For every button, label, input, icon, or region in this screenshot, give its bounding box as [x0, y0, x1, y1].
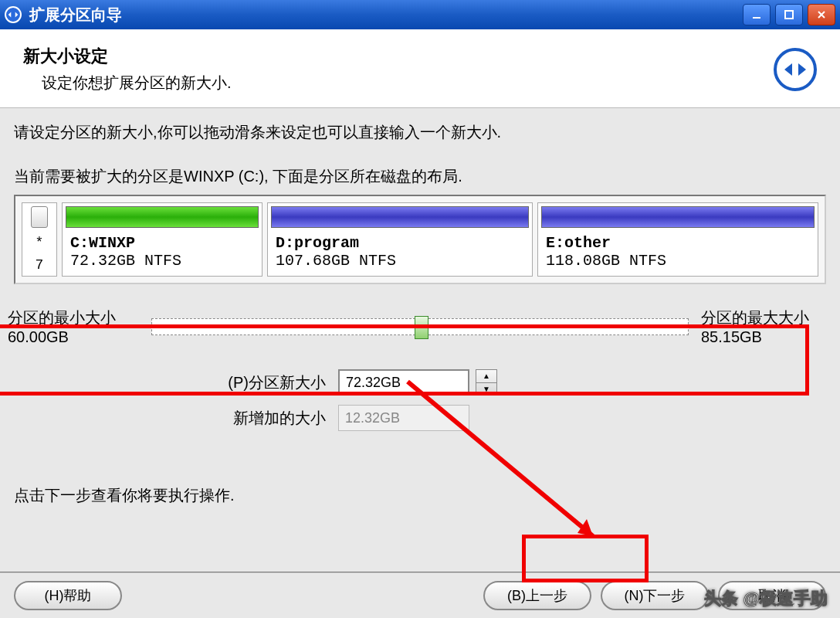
resize-arrows-icon	[774, 48, 817, 91]
added-size-display	[338, 405, 469, 431]
stepper-down-icon[interactable]: ▼	[476, 383, 496, 396]
min-size-label: 分区的最小大小 60.00GB	[8, 307, 139, 346]
instruction-text: 请设定分区的新大小,你可以拖动滑条来设定也可以直接输入一个新大小.	[14, 122, 826, 143]
size-slider[interactable]	[151, 318, 689, 335]
disk-icon	[31, 206, 48, 228]
svg-marker-3	[578, 519, 593, 536]
partition-bar	[541, 206, 815, 228]
new-size-input[interactable]	[338, 369, 469, 396]
size-slider-row: 分区的最小大小 60.00GB 分区的最大大小 85.15GB	[8, 301, 832, 352]
size-stepper[interactable]: ▲ ▼	[476, 369, 497, 396]
partition-size: 107.68GB NTFS	[268, 252, 532, 270]
partition-label: C:WINXP	[63, 231, 262, 252]
titlebar: 扩展分区向导	[0, 0, 840, 29]
max-size-label: 分区的最大大小 85.15GB	[701, 307, 832, 346]
size-fields: (P)分区新大小 ▲ ▼ 新增加的大小	[14, 369, 826, 431]
added-size-label: 新增加的大小	[14, 408, 338, 429]
next-button[interactable]: (N)下一步	[601, 581, 709, 610]
partition-d[interactable]: D:program 107.68GB NTFS	[267, 202, 533, 277]
minimize-button[interactable]	[743, 4, 771, 25]
partition-size: 118.08GB NTFS	[538, 252, 818, 270]
help-button[interactable]: (H)帮助	[14, 581, 122, 610]
partition-bar	[66, 206, 259, 228]
partition-e[interactable]: E:other 118.08GB NTFS	[537, 202, 818, 277]
partition-label: D:program	[268, 231, 532, 252]
window-buttons	[743, 4, 835, 25]
svg-rect-1	[785, 11, 793, 19]
disk-layout: * 7 C:WINXP 72.32GB NTFS D:program 107.6…	[14, 195, 826, 284]
partition-size: 72.32GB NTFS	[63, 252, 262, 270]
app-icon	[5, 6, 22, 23]
footer-note: 点击下一步查看你将要执行操作.	[14, 485, 826, 506]
maximize-button[interactable]	[775, 4, 803, 25]
partition-label: E:other	[538, 231, 818, 252]
disk-header: * 7	[22, 202, 57, 277]
slider-thumb[interactable]	[415, 316, 428, 339]
current-partition-text: 当前需要被扩大的分区是WINXP (C:), 下面是分区所在磁盘的布局.	[14, 166, 826, 187]
window-title: 扩展分区向导	[29, 5, 743, 25]
partition-bar	[271, 206, 529, 228]
page-subheading: 设定你想扩展分区的新大小.	[42, 73, 774, 93]
wizard-button-bar: (H)帮助 (B)上一步 (N)下一步 取消	[0, 572, 840, 618]
back-button[interactable]: (B)上一步	[483, 581, 591, 610]
page-heading: 新大小设定	[23, 45, 774, 68]
wizard-header: 新大小设定 设定你想扩展分区的新大小.	[0, 29, 840, 108]
stepper-up-icon[interactable]: ▲	[476, 370, 496, 383]
new-size-label: (P)分区新大小	[14, 372, 338, 393]
close-button[interactable]	[808, 4, 835, 25]
cancel-button[interactable]: 取消	[718, 581, 826, 610]
partition-c[interactable]: C:WINXP 72.32GB NTFS	[62, 202, 262, 277]
wizard-content: 请设定分区的新大小,你可以拖动滑条来设定也可以直接输入一个新大小. 当前需要被扩…	[0, 108, 840, 528]
svg-rect-0	[753, 17, 760, 19]
